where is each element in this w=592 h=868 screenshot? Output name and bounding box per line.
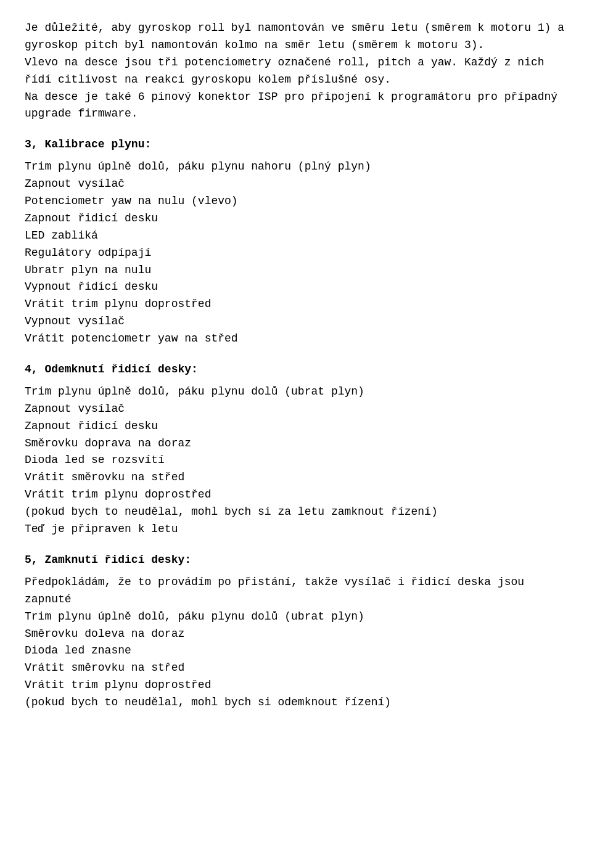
- section5: 5, Zamknutí řidicí desky: Předpokládám, …: [25, 552, 567, 711]
- section3-heading: 3, Kalibrace plynu:: [25, 136, 567, 154]
- intro-paragraph: Je důležité, aby gyroskop roll byl namon…: [25, 20, 567, 123]
- section4: 4, Odemknutí řidicí desky: Trim plynu úp…: [25, 361, 567, 538]
- section5-body: Předpokládám, že to provádím po přistání…: [25, 574, 567, 711]
- section4-heading: 4, Odemknutí řidicí desky:: [25, 361, 567, 379]
- section5-heading: 5, Zamknutí řidicí desky:: [25, 552, 567, 569]
- section4-body: Trim plynu úplně dolů, páku plynu dolů (…: [25, 383, 567, 538]
- section3: 3, Kalibrace plynu: Trim plynu úplně dol…: [25, 136, 567, 348]
- main-content: Je důležité, aby gyroskop roll byl namon…: [25, 20, 567, 711]
- section3-body: Trim plynu úplně dolů, páku plynu nahoru…: [25, 158, 567, 348]
